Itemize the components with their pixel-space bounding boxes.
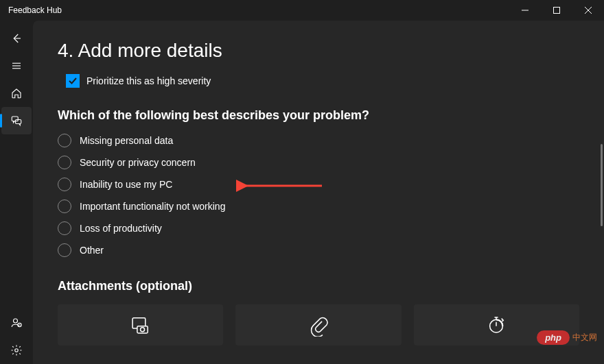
sidebar-menu[interactable] [0,52,33,80]
radio-icon [58,243,71,257]
radio-missing-data[interactable]: Missing personal data [58,134,579,147]
radio-group: Missing personal data Security or privac… [58,134,579,257]
profile-icon [10,317,23,329]
radio-label: Important functionality not working [80,201,225,212]
arrow-annotation-icon [236,179,325,193]
scrollbar-thumb[interactable] [601,144,603,226]
app-body: 4. Add more details Prioritize this as h… [0,21,604,364]
sidebar-settings[interactable] [0,337,33,364]
sidebar [0,21,33,364]
minimize-icon [522,7,528,14]
sidebar-feedback[interactable] [1,107,32,134]
window-controls [509,0,604,21]
radio-label: Other [80,245,104,256]
radio-label: Missing personal data [80,135,173,146]
prioritize-label: Prioritize this as high severity [86,75,211,86]
radio-icon [58,134,71,147]
close-button[interactable] [572,0,604,21]
radio-icon [58,199,71,213]
sidebar-profile[interactable] [0,309,33,337]
close-icon [585,7,592,14]
screenshot-icon [129,313,152,337]
attachment-recreate[interactable] [414,304,579,345]
attachment-screenshot[interactable] [58,304,223,345]
titlebar: Feedback Hub [0,0,604,21]
paperclip-icon [307,313,330,337]
checkmark-icon [68,76,78,86]
question-title: Which of the following best describes yo… [58,108,579,123]
content-area: 4. Add more details Prioritize this as h… [33,21,604,364]
prioritize-checkbox[interactable] [66,74,80,88]
maximize-button[interactable] [541,0,572,21]
hamburger-icon [10,60,23,72]
gear-icon [10,344,23,356]
svg-rect-1 [554,8,560,14]
attachment-cards [58,304,579,345]
attachment-file[interactable] [235,304,401,345]
svg-point-10 [14,319,18,323]
minimize-button[interactable] [509,0,541,21]
radio-label: Loss of productivity [80,223,162,234]
svg-point-12 [15,349,19,352]
radio-security[interactable]: Security or privacy concern [58,156,579,169]
feedback-icon [10,114,23,127]
home-icon [10,87,23,99]
radio-icon [58,156,71,169]
radio-other[interactable]: Other [58,243,579,257]
radio-inability[interactable]: Inability to use my PC [58,178,579,191]
window-title: Feedback Hub [8,5,62,15]
radio-label: Security or privacy concern [80,157,196,168]
prioritize-checkbox-row[interactable]: Prioritize this as high severity [66,74,579,88]
radio-label: Inability to use my PC [80,179,172,190]
radio-icon [58,178,71,191]
maximize-icon [553,7,560,14]
radio-functionality[interactable]: Important functionality not working [58,199,579,213]
sidebar-back[interactable] [0,25,33,52]
section-title: 4. Add more details [58,40,579,62]
sidebar-home[interactable] [0,80,33,107]
radio-productivity[interactable]: Loss of productivity [58,221,579,235]
back-arrow-icon [10,32,23,45]
svg-rect-8 [12,117,18,121]
attachments-title: Attachments (optional) [58,279,579,293]
radio-icon [58,221,71,235]
stopwatch-icon [485,313,508,337]
